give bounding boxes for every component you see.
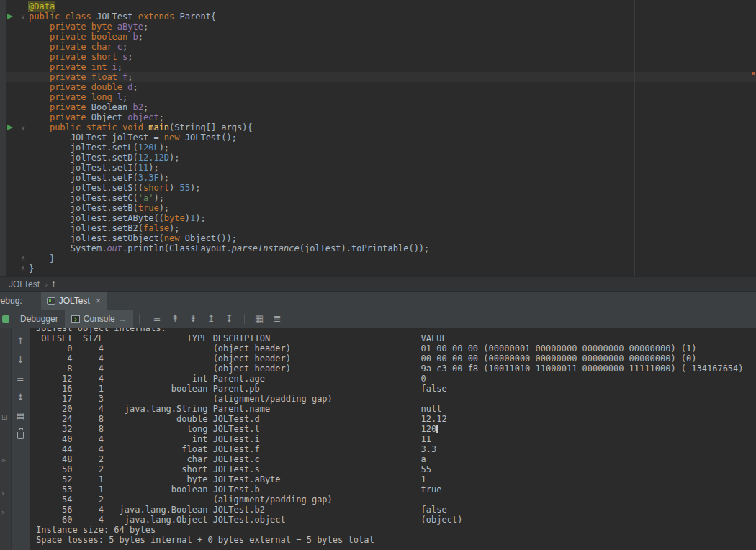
pin-tabs-icon[interactable]: ≣ <box>269 312 287 326</box>
toolbar-separator <box>139 314 140 324</box>
code-line[interactable]: private byte aByte; <box>0 22 756 32</box>
down-stack-trace-icon[interactable]: ↧ <box>220 312 238 326</box>
code-line[interactable]: JOLTest jolTest = new JOLTest(); <box>0 132 756 143</box>
fold-expand-icon[interactable]: ∧ <box>21 263 25 274</box>
code-line[interactable]: jolTest.setD(12.12D); <box>0 153 756 163</box>
code-line[interactable]: jolTest.setI(11); <box>0 163 756 173</box>
text-caret <box>436 425 438 433</box>
code-line[interactable]: private short s; <box>0 52 756 62</box>
up-stack-trace-icon[interactable]: ↥ <box>202 312 220 326</box>
console-line: 32 8 long JOLTest.l 120 <box>36 424 756 434</box>
down-stack-icon[interactable]: ↓ <box>17 354 24 366</box>
code-line[interactable]: jolTest.setS((short) 55); <box>0 183 756 193</box>
code-line[interactable]: jolTest.setL(120L); <box>0 143 756 153</box>
print-icon[interactable]: ▤ <box>16 410 24 423</box>
console-side-toolbar: ↑↓≡⇟▤ <box>11 328 30 550</box>
console-line: 0 4 (object header) 01 00 00 00 (0000000… <box>36 343 756 353</box>
breadcrumb-items: JOLTest›f <box>9 279 60 289</box>
console-line: 44 4 float JOLTest.f 3.3 <box>36 444 756 454</box>
code-line[interactable]: private char c; <box>0 42 756 52</box>
clipped-line-wrap: JOLTest object internals: <box>36 328 756 333</box>
code-line[interactable]: jolTest.setObject(new Object()); <box>0 233 756 243</box>
breadcrumb-item[interactable]: JOLTest <box>9 279 40 289</box>
fold-collapse-icon[interactable]: ∨ <box>21 122 25 132</box>
soft-wrap-icon[interactable]: ≡ <box>17 373 24 385</box>
up-stack-icon[interactable]: ↑ <box>17 335 24 348</box>
error-stripe-mark <box>752 72 755 75</box>
expand-chevron-icon-2[interactable]: › <box>1 508 4 516</box>
console-line: Instance size: 64 bytes <box>36 525 756 535</box>
debug-bug-icon[interactable] <box>2 315 9 323</box>
code-line[interactable]: } <box>0 263 756 274</box>
tab-debugger[interactable]: Debugger <box>14 310 65 328</box>
console-line: 17 3 (alignment/padding gap) <box>36 394 756 404</box>
code-line[interactable]: System.out.println(ClassLayout.parseInst… <box>0 243 756 253</box>
code-line[interactable]: } <box>0 253 756 263</box>
scroll-down-icon[interactable]: ⇟ <box>184 312 202 326</box>
code-line[interactable]: public class JOLTest extends Parent{ <box>0 12 756 22</box>
console-lines: OFFSET SIZE TYPE DESCRIPTION VALUE 0 4 (… <box>36 333 756 545</box>
breadcrumb-bar: JOLTest›f <box>0 276 756 291</box>
console-line: 56 4 java.lang.Boolean JOLTest.b2 false <box>36 505 756 515</box>
gutter: ∨∨∧∧ <box>0 0 29 276</box>
code-line[interactable]: jolTest.setB(true); <box>0 203 756 213</box>
toolbar-separator <box>244 314 245 324</box>
console-line: 52 1 byte JOLTest.aByte 1 <box>36 474 756 484</box>
left-stripe: ⊡»›› <box>0 328 11 550</box>
tab-console-label: Console <box>84 314 115 324</box>
soft-wrap-icon[interactable]: ≡ <box>148 312 166 326</box>
ide-window: @Datapublic class JOLTest extends Parent… <box>0 0 756 550</box>
code-line[interactable]: private long l; <box>0 92 756 102</box>
console-line: 8 4 (object header) 9a c3 00 f8 (1001101… <box>36 364 756 374</box>
clear-all-icon[interactable] <box>17 429 24 441</box>
tab-console[interactable]: Console → <box>65 310 133 328</box>
scroll-up-icon[interactable]: ⇞ <box>166 312 184 326</box>
console-line: 60 4 java.lang.Object JOLTest.object (ob… <box>36 515 756 525</box>
code-line[interactable]: @Data <box>0 1 756 12</box>
breadcrumb-separator: › <box>45 280 48 289</box>
code-line[interactable]: jolTest.setF(3.3F); <box>0 173 756 183</box>
editor[interactable]: @Datapublic class JOLTest extends Parent… <box>0 0 756 276</box>
code-line[interactable]: jolTest.setB2(false); <box>0 223 756 233</box>
debug-toolwindow-header: Debug: JOLTest × <box>0 291 756 310</box>
fold-expand-icon[interactable]: ∧ <box>21 253 25 263</box>
console-line: 20 4 java.lang.String Parent.name null <box>36 404 756 414</box>
expand-chevron-icon-1[interactable]: › <box>1 490 4 497</box>
breadcrumb-item[interactable]: f <box>53 279 55 289</box>
code-line[interactable]: private Boolean b2; <box>0 102 756 112</box>
code-line[interactable]: jolTest.setC('a'); <box>0 193 756 203</box>
console-line: 16 1 boolean Parent.pb false <box>36 384 756 394</box>
code-line[interactable]: private Object object; <box>0 112 756 122</box>
run-icon[interactable] <box>7 125 13 130</box>
scroll-to-end-icon[interactable]: ⇟ <box>17 392 24 404</box>
fold-collapse-icon[interactable]: ∨ <box>21 12 25 22</box>
console-line: 24 8 double JOLTest.d 12.12 <box>36 414 756 424</box>
console-output[interactable]: JOLTest object internals: OFFSET SIZE TY… <box>30 328 756 550</box>
console-toolbar-icons: ≡⇞⇟↥↧▦≣ <box>148 312 287 326</box>
code-line[interactable]: private boolean b; <box>0 32 756 42</box>
close-tab-icon[interactable]: × <box>96 297 102 305</box>
console-clipped-line: JOLTest object internals: <box>36 328 756 333</box>
debug-view-toolbar: Debugger Console → ≡⇞⇟↥↧▦≣ <box>0 310 756 328</box>
restore-layout-icon[interactable]: ▦ <box>251 312 269 326</box>
console-pane: ⊡»›› ↑↓≡⇟▤ JOLTest object internals: OFF… <box>0 328 756 550</box>
debug-content-tab-label: JOLTest <box>59 296 90 306</box>
collapse-all-icon[interactable]: » <box>1 456 6 464</box>
toolwindow-icon[interactable]: ⊡ <box>1 413 7 421</box>
right-margin-guide <box>634 0 635 276</box>
code-line[interactable]: private float f; <box>0 72 756 82</box>
console-line: 50 2 short JOLTest.s 55 <box>36 464 756 474</box>
code-line[interactable]: private double d; <box>0 82 756 92</box>
console-line: 48 2 char JOLTest.c a <box>36 454 756 464</box>
debug-window-label: Debug: <box>0 296 22 306</box>
console-line: Space losses: 5 bytes internal + 0 bytes… <box>36 535 756 545</box>
code-line[interactable]: jolTest.setAByte((byte)1); <box>0 213 756 223</box>
run-icon[interactable] <box>7 14 13 19</box>
debug-content-tab[interactable]: JOLTest × <box>41 292 107 310</box>
code-line[interactable]: public static void main(String[] args){ <box>0 122 756 132</box>
console-line: 53 1 boolean JOLTest.b true <box>36 484 756 495</box>
console-line: 54 2 (alignment/padding gap) <box>36 495 756 505</box>
console-line: 40 4 int JOLTest.i 11 <box>36 434 756 444</box>
console-line: OFFSET SIZE TYPE DESCRIPTION VALUE <box>36 333 756 343</box>
code-line[interactable]: private int i; <box>0 62 756 72</box>
